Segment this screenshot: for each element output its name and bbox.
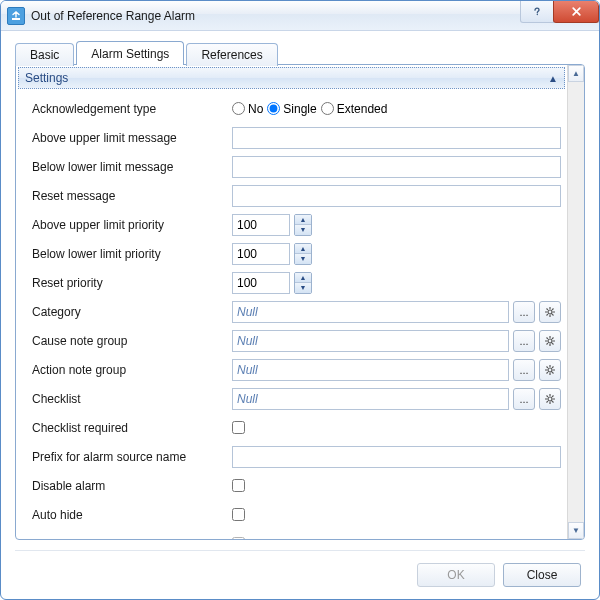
ok-button[interactable]: OK bbox=[417, 563, 495, 587]
below-lower-msg-input[interactable] bbox=[232, 156, 561, 178]
spin-up-icon[interactable]: ▲ bbox=[295, 215, 311, 226]
tab-alarm-settings[interactable]: Alarm Settings bbox=[76, 41, 184, 65]
ack-type-group: No Single Extended bbox=[232, 102, 561, 116]
spin-down-icon[interactable]: ▼ bbox=[295, 225, 311, 235]
vertical-scrollbar[interactable]: ▲ ▼ bbox=[567, 65, 584, 539]
cause-note-browse-button[interactable]: ... bbox=[513, 330, 535, 352]
ellipsis-icon: ... bbox=[519, 306, 528, 318]
dialog-window: Out of Reference Range Alarm Basic Alarm… bbox=[0, 0, 600, 600]
label-disable-state-change: Disable state-change logging bbox=[32, 537, 232, 540]
prefix-alarm-source-input[interactable] bbox=[232, 446, 561, 468]
checklist-field[interactable]: Null bbox=[232, 388, 509, 410]
tab-basic[interactable]: Basic bbox=[15, 43, 74, 66]
gear-icon bbox=[544, 306, 556, 318]
scroll-down-button[interactable]: ▼ bbox=[568, 522, 584, 539]
svg-point-1 bbox=[548, 310, 552, 314]
category-gear-button[interactable] bbox=[539, 301, 561, 323]
above-upper-msg-input[interactable] bbox=[232, 127, 561, 149]
above-upper-prio-spinner[interactable]: ▲▼ bbox=[294, 214, 312, 236]
dialog-body: Basic Alarm Settings References Settings… bbox=[1, 31, 599, 540]
ack-single-option[interactable]: Single bbox=[267, 102, 316, 116]
ack-extended-option[interactable]: Extended bbox=[321, 102, 388, 116]
checklist-required-checkbox[interactable] bbox=[232, 421, 245, 434]
svg-point-3 bbox=[548, 368, 552, 372]
gear-icon bbox=[544, 335, 556, 347]
label-reset-prio: Reset priority bbox=[32, 276, 232, 290]
cause-note-gear-button[interactable] bbox=[539, 330, 561, 352]
label-auto-hide: Auto hide bbox=[32, 508, 232, 522]
spin-up-icon[interactable]: ▲ bbox=[295, 244, 311, 255]
label-ack-type: Acknowledgement type bbox=[32, 102, 232, 116]
tab-references[interactable]: References bbox=[186, 43, 277, 66]
scroll-track[interactable] bbox=[568, 82, 584, 522]
dialog-footer: OK Close bbox=[1, 551, 599, 599]
action-note-gear-button[interactable] bbox=[539, 359, 561, 381]
label-checklist: Checklist bbox=[32, 392, 232, 406]
label-below-lower-msg: Below lower limit message bbox=[32, 160, 232, 174]
help-button[interactable] bbox=[520, 1, 554, 23]
ack-no-radio[interactable] bbox=[232, 102, 245, 115]
close-dialog-button[interactable]: Close bbox=[503, 563, 581, 587]
svg-rect-0 bbox=[12, 18, 20, 20]
below-lower-prio-spinner[interactable]: ▲▼ bbox=[294, 243, 312, 265]
disable-state-change-checkbox[interactable] bbox=[232, 537, 245, 539]
window-title: Out of Reference Range Alarm bbox=[31, 9, 520, 23]
action-note-browse-button[interactable]: ... bbox=[513, 359, 535, 381]
tabstrip: Basic Alarm Settings References bbox=[15, 41, 585, 65]
label-above-upper-prio: Above upper limit priority bbox=[32, 218, 232, 232]
ack-single-radio[interactable] bbox=[267, 102, 280, 115]
app-icon bbox=[7, 7, 25, 25]
category-field[interactable]: Null bbox=[232, 301, 509, 323]
collapse-icon: ▲ bbox=[548, 73, 558, 84]
settings-group-header[interactable]: Settings ▲ bbox=[18, 67, 565, 89]
label-checklist-required: Checklist required bbox=[32, 421, 232, 435]
close-button[interactable] bbox=[553, 1, 599, 23]
scroll-up-button[interactable]: ▲ bbox=[568, 65, 584, 82]
action-note-group-field[interactable]: Null bbox=[232, 359, 509, 381]
checklist-browse-button[interactable]: ... bbox=[513, 388, 535, 410]
below-lower-prio-input[interactable] bbox=[232, 243, 290, 265]
gear-icon bbox=[544, 364, 556, 376]
cause-note-group-field[interactable]: Null bbox=[232, 330, 509, 352]
label-below-lower-prio: Below lower limit priority bbox=[32, 247, 232, 261]
disable-alarm-checkbox[interactable] bbox=[232, 479, 245, 492]
category-browse-button[interactable]: ... bbox=[513, 301, 535, 323]
label-disable-alarm: Disable alarm bbox=[32, 479, 232, 493]
auto-hide-checkbox[interactable] bbox=[232, 508, 245, 521]
ellipsis-icon: ... bbox=[519, 364, 528, 376]
checklist-gear-button[interactable] bbox=[539, 388, 561, 410]
titlebar: Out of Reference Range Alarm bbox=[1, 1, 599, 31]
ack-no-option[interactable]: No bbox=[232, 102, 263, 116]
reset-prio-spinner[interactable]: ▲▼ bbox=[294, 272, 312, 294]
label-category: Category bbox=[32, 305, 232, 319]
ellipsis-icon: ... bbox=[519, 393, 528, 405]
label-reset-msg: Reset message bbox=[32, 189, 232, 203]
above-upper-prio-input[interactable] bbox=[232, 214, 290, 236]
settings-form: Acknowledgement type No Single Extended … bbox=[16, 91, 567, 539]
reset-prio-input[interactable] bbox=[232, 272, 290, 294]
svg-point-4 bbox=[548, 397, 552, 401]
ack-extended-radio[interactable] bbox=[321, 102, 334, 115]
label-above-upper-msg: Above upper limit message bbox=[32, 131, 232, 145]
settings-group-label: Settings bbox=[25, 71, 68, 85]
spin-up-icon[interactable]: ▲ bbox=[295, 273, 311, 284]
label-prefix-alarm-source: Prefix for alarm source name bbox=[32, 450, 232, 464]
spin-down-icon[interactable]: ▼ bbox=[295, 254, 311, 264]
label-cause-note-group: Cause note group bbox=[32, 334, 232, 348]
label-action-note-group: Action note group bbox=[32, 363, 232, 377]
reset-msg-input[interactable] bbox=[232, 185, 561, 207]
tab-page: Settings ▲ Acknowledgement type No Singl… bbox=[15, 64, 585, 540]
svg-point-2 bbox=[548, 339, 552, 343]
spin-down-icon[interactable]: ▼ bbox=[295, 283, 311, 293]
ellipsis-icon: ... bbox=[519, 335, 528, 347]
gear-icon bbox=[544, 393, 556, 405]
